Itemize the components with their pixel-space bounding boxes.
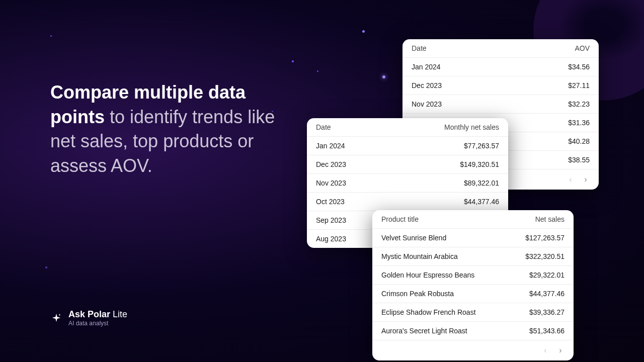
- table-row: Aurora's Secret Light Roast$51,343.66: [372, 322, 574, 340]
- col-header-net-sales: Net sales: [506, 210, 574, 229]
- decorative-dot: [292, 60, 294, 62]
- decorative-dot: [382, 75, 385, 78]
- table-row: Eclipse Shadow French Roast$39,336.27: [372, 303, 574, 322]
- sparkle-icon: [50, 312, 62, 324]
- table-row: Oct 2023$44,377.46: [307, 193, 508, 211]
- col-header-date: Date: [307, 118, 387, 137]
- chevron-left-icon[interactable]: ‹: [539, 344, 551, 356]
- table-row: Dec 2023$27.11: [403, 76, 599, 95]
- decorative-dot: [45, 266, 47, 268]
- decorative-dot: [317, 70, 318, 72]
- brand-tagline: AI data analyst: [68, 320, 127, 327]
- chevron-right-icon[interactable]: ›: [554, 344, 567, 356]
- products-table-card: Product title Net sales Velvet Sunrise B…: [372, 210, 574, 360]
- table-row: Crimson Peak Robusta$44,377.46: [372, 285, 574, 303]
- brand: Ask Polar Lite AI data analyst: [50, 309, 127, 327]
- table-row: Nov 2023$89,322.01: [307, 174, 508, 193]
- chevron-right-icon[interactable]: ›: [580, 173, 592, 186]
- brand-name: Ask Polar Lite: [68, 309, 127, 320]
- pager: ‹ ›: [372, 340, 574, 360]
- table-row: Dec 2023$149,320.51: [307, 155, 508, 174]
- decorative-dot: [362, 30, 365, 33]
- table-row: Jan 2024$77,263.57: [307, 137, 508, 155]
- chevron-left-icon[interactable]: ‹: [565, 173, 577, 186]
- table-row: Golden Hour Espresso Beans$29,322.01: [372, 266, 574, 285]
- decorative-dot: [50, 35, 52, 37]
- col-header-monthly-net-sales: Monthly net sales: [387, 118, 508, 137]
- table-row: Jan 2024$34.56: [403, 58, 599, 76]
- table-row: Nov 2023$32.23: [403, 95, 599, 114]
- table-row: Velvet Sunrise Blend$127,263.57: [372, 229, 574, 247]
- headline: Compare multiple data points to identify…: [50, 80, 287, 178]
- col-header-product-title: Product title: [372, 210, 506, 229]
- col-header-date: Date: [403, 39, 510, 58]
- col-header-aov: AOV: [510, 39, 599, 58]
- table-row: Mystic Mountain Arabica$322,320.51: [372, 247, 574, 266]
